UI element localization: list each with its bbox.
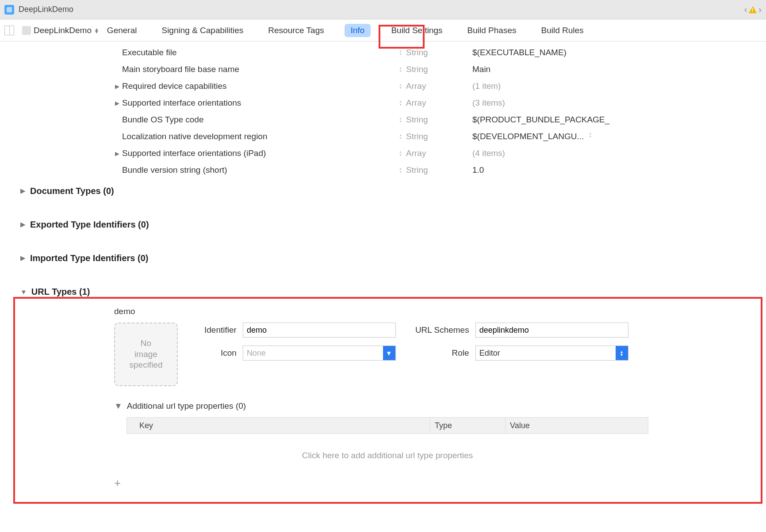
additional-properties-table-header: Key Type Value: [126, 417, 648, 434]
plist-key: ▶Supported interface orientations (iPad): [114, 148, 395, 158]
plist-type: String: [406, 165, 472, 175]
plist-type: String: [406, 132, 472, 141]
section-imported-types[interactable]: ▶ Imported Type Identifiers (0): [0, 246, 766, 270]
stepper-icon[interactable]: ˄˅: [395, 99, 406, 107]
stepper-icon[interactable]: ˄˅: [395, 115, 406, 124]
disclosure-triangle-icon: ▶: [114, 100, 120, 106]
plist-value: (3 items): [472, 98, 505, 108]
plist-key: Localization native development region: [114, 132, 395, 141]
tab-signing[interactable]: Signing & Capabilities: [157, 23, 248, 38]
svg-rect-0: [7, 7, 12, 12]
plist-type: String: [406, 115, 472, 125]
stepper-icon[interactable]: ˄˅: [395, 65, 406, 74]
plist-key: Executable file: [114, 48, 395, 57]
value-stepper-icon[interactable]: ˄˅: [589, 134, 592, 139]
add-property-hint[interactable]: Click here to add additional url type pr…: [126, 434, 648, 465]
plist-value: $(EXECUTABLE_NAME): [472, 48, 567, 57]
plist-key: Bundle OS Type code: [114, 115, 395, 125]
window-titlebar: DeepLinkDemo ‹ ›: [0, 0, 766, 19]
disclosure-triangle-icon: ▶: [114, 150, 120, 157]
plist-key: ▶Supported interface orientations: [114, 98, 395, 108]
target-popup[interactable]: DeepLinkDemo ▲▼: [22, 26, 99, 35]
plist-key: Bundle version string (short): [114, 165, 395, 175]
editor-tabbar: DeepLinkDemo ▲▼ General Signing & Capabi…: [0, 19, 766, 42]
nav-back-icon[interactable]: ‹: [744, 4, 747, 15]
plist-row[interactable]: Main storyboard file base name˄˅StringMa…: [0, 61, 766, 78]
stepper-icon[interactable]: ˄˅: [395, 149, 406, 158]
additional-properties-header[interactable]: ▼ Additional url type properties (0): [114, 401, 766, 411]
plist-row[interactable]: ▶Required device capabilities˄˅Array(1 i…: [0, 78, 766, 95]
project-title: DeepLinkDemo: [19, 5, 73, 14]
plist-row[interactable]: Localization native development region˄˅…: [0, 128, 766, 145]
plist-type: Array: [406, 148, 472, 158]
tab-info[interactable]: Info: [345, 24, 371, 37]
plist-key: Main storyboard file base name: [114, 65, 395, 74]
no-image-label: No image specified: [130, 338, 163, 371]
panel-toggle-icon[interactable]: [4, 26, 14, 35]
plist-row[interactable]: ▶Supported interface orientations˄˅Array…: [0, 95, 766, 111]
section-title: Document Types (0): [30, 186, 114, 196]
plist-value: (1 item): [472, 81, 501, 91]
col-type: Type: [430, 418, 506, 433]
url-schemes-label: URL Schemes: [415, 325, 469, 335]
plist-value: 1.0: [472, 165, 484, 175]
icon-combo-value: None: [243, 349, 383, 358]
plist-type: String: [406, 48, 472, 57]
plist-value: $(DEVELOPMENT_LANGU...˄˅: [472, 132, 592, 141]
warning-icon[interactable]: [749, 6, 757, 13]
role-combo[interactable]: Editor ▴▾: [475, 346, 628, 361]
disclosure-triangle-icon: ▶: [20, 254, 26, 262]
section-title: Exported Type Identifiers (0): [30, 220, 149, 230]
tab-general[interactable]: General: [107, 23, 142, 38]
tab-build-settings[interactable]: Build Settings: [387, 23, 447, 38]
target-name: DeepLinkDemo: [34, 26, 92, 35]
url-schemes-input[interactable]: [475, 323, 628, 338]
stepper-icon[interactable]: ˄˅: [395, 132, 406, 141]
plist-row[interactable]: Bundle OS Type code˄˅String$(PRODUCT_BUN…: [0, 111, 766, 128]
tab-build-phases[interactable]: Build Phases: [463, 23, 521, 38]
identifier-label: Identifier: [204, 325, 237, 335]
plist-key: ▶Required device capabilities: [114, 81, 395, 91]
plist-type: String: [406, 65, 472, 74]
stepper-icon[interactable]: ˄˅: [395, 82, 406, 91]
plist-row[interactable]: Bundle version string (short)˄˅String1.0: [0, 162, 766, 179]
plist-row[interactable]: ▶Supported interface orientations (iPad)…: [0, 145, 766, 162]
role-label: Role: [415, 348, 469, 358]
role-combo-value: Editor: [476, 349, 616, 358]
disclosure-triangle-icon: ▼: [20, 288, 27, 296]
plist-row[interactable]: Executable file˄˅String$(EXECUTABLE_NAME…: [0, 44, 766, 61]
url-type-image-well[interactable]: No image specified: [114, 323, 178, 386]
url-type-name: demo: [114, 307, 766, 316]
disclosure-triangle-icon: ▶: [114, 83, 120, 90]
disclosure-triangle-icon: ▶: [20, 220, 26, 228]
plist-value: Main: [472, 65, 490, 74]
col-value: Value: [506, 421, 648, 430]
stepper-icon[interactable]: ˄˅: [395, 166, 406, 175]
target-caret-icon: ▲▼: [94, 28, 99, 33]
tab-build-rules[interactable]: Build Rules: [537, 23, 588, 38]
url-type-editor: demo No image specified Identifier Icon …: [0, 304, 766, 465]
plist-value: (4 items): [472, 148, 505, 158]
section-document-types[interactable]: ▶ Document Types (0): [0, 179, 766, 203]
disclosure-triangle-icon: ▶: [20, 187, 26, 195]
plist-type: Array: [406, 98, 472, 108]
identifier-input[interactable]: [243, 323, 396, 338]
icon-combo[interactable]: None ▾: [243, 346, 396, 361]
section-title: URL Types (1): [31, 287, 90, 297]
info-content: Executable file˄˅String$(EXECUTABLE_NAME…: [0, 42, 766, 490]
section-exported-types[interactable]: ▶ Exported Type Identifiers (0): [0, 212, 766, 237]
plist-value: $(PRODUCT_BUNDLE_PACKAGE_: [472, 115, 609, 125]
tab-resource-tags[interactable]: Resource Tags: [264, 23, 328, 38]
additional-properties-label: Additional url type properties (0): [127, 401, 246, 411]
target-icon: [22, 26, 31, 35]
plist-type: Array: [406, 81, 472, 91]
col-key: Key: [127, 418, 430, 433]
project-icon: [4, 5, 14, 15]
stepper-icon[interactable]: ˄˅: [395, 48, 406, 57]
add-url-type-button[interactable]: +: [0, 476, 766, 490]
combo-arrow-icon: ▾: [383, 346, 395, 360]
icon-label: Icon: [204, 348, 237, 358]
disclosure-triangle-icon: ▼: [114, 401, 123, 411]
nav-forward-icon[interactable]: ›: [758, 4, 762, 15]
section-url-types[interactable]: ▼ URL Types (1): [0, 279, 766, 304]
